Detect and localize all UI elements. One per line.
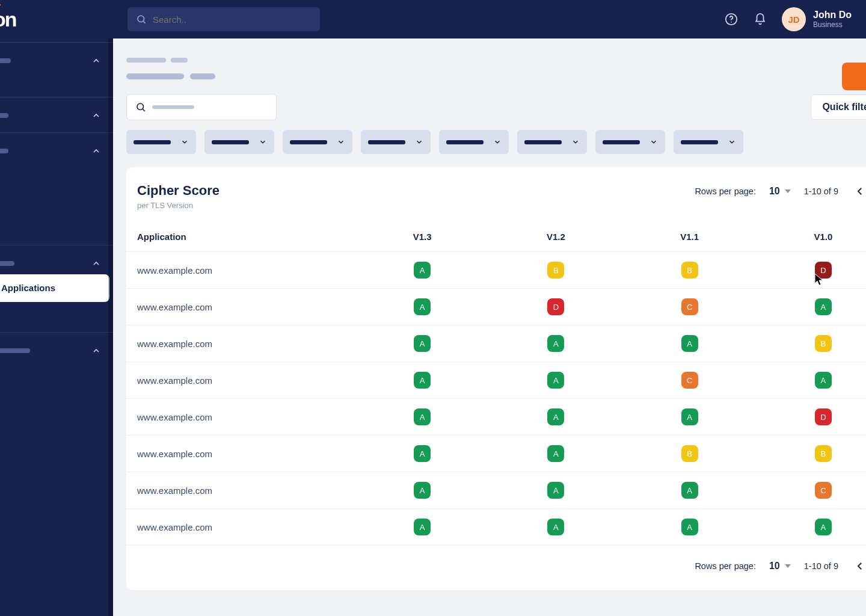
cell-score: A: [355, 399, 489, 436]
sidebar: Applications: [0, 0, 113, 616]
filter-dropdown[interactable]: [595, 130, 665, 154]
chevron-down-icon: [785, 564, 791, 568]
nav-item[interactable]: [0, 227, 108, 236]
cell-score: A: [757, 362, 866, 399]
nav-section-header[interactable]: [0, 255, 108, 272]
nav-item[interactable]: [0, 169, 108, 179]
card-title: Cipher Score: [137, 183, 220, 199]
cell-score: C: [623, 362, 757, 399]
cell-application: www.example.com: [126, 252, 355, 289]
cell-score: A: [355, 362, 489, 399]
nav-item[interactable]: [0, 369, 108, 378]
cell-score: A: [355, 289, 489, 325]
score-badge: A: [681, 335, 698, 352]
score-badge: A: [681, 519, 698, 535]
table-row[interactable]: www.example.comAABB: [126, 436, 866, 472]
logo: kon: [0, 8, 108, 31]
page-prev-button[interactable]: [852, 558, 866, 574]
nav-section-header[interactable]: [0, 143, 108, 159]
filter-dropdown[interactable]: [674, 130, 743, 154]
cell-score: D: [489, 289, 622, 325]
score-badge: B: [681, 445, 698, 462]
nav-section-header[interactable]: [0, 342, 108, 359]
cell-score: A: [355, 252, 489, 289]
filter-dropdown[interactable]: [126, 130, 196, 154]
cell-application: www.example.com: [126, 362, 355, 399]
pagination-range: 1-10 of 9: [804, 561, 838, 571]
chevron-down-icon: [337, 138, 345, 146]
cell-score: A: [623, 399, 757, 436]
user-role: Business: [813, 20, 852, 29]
filter-chip-row: [126, 130, 866, 154]
user-name: John Do: [813, 9, 852, 20]
cell-score: B: [489, 252, 622, 289]
chevron-up-icon: [91, 111, 101, 120]
score-badge: C: [681, 298, 698, 315]
rows-per-page-label: Rows per page:: [695, 561, 756, 571]
nav-item[interactable]: [0, 359, 108, 369]
nav-item[interactable]: [0, 198, 108, 208]
table-row[interactable]: www.example.comAAAB: [126, 325, 866, 362]
chevron-down-icon: [180, 138, 189, 146]
primary-action-button[interactable]: [842, 63, 866, 90]
chevron-down-icon: [728, 138, 736, 146]
user-avatar[interactable]: JD: [782, 7, 806, 31]
table-row[interactable]: www.example.comAAAC: [126, 472, 866, 509]
table-row[interactable]: www.example.comAAAA: [126, 509, 866, 546]
table-row[interactable]: www.example.comAACA: [126, 362, 866, 399]
notifications-button[interactable]: [748, 7, 772, 31]
cell-score: A: [355, 472, 489, 509]
filter-dropdown[interactable]: [361, 130, 431, 154]
filter-dropdown[interactable]: [204, 130, 274, 154]
filter-dropdown[interactable]: [517, 130, 587, 154]
cell-score: A: [757, 509, 866, 546]
rows-per-page-select[interactable]: 10: [769, 561, 791, 571]
page-prev-button[interactable]: [852, 183, 866, 200]
score-badge: A: [414, 519, 431, 535]
score-badge: A: [547, 335, 564, 352]
table-row[interactable]: www.example.comAAAD: [126, 399, 866, 436]
help-button[interactable]: [719, 7, 743, 31]
nav-item[interactable]: [0, 304, 108, 314]
nav-item-applications[interactable]: Applications: [0, 274, 109, 302]
svg-line-5: [143, 109, 144, 111]
score-badge: A: [414, 298, 431, 315]
global-search[interactable]: [127, 7, 320, 31]
user-info[interactable]: John Do Business: [813, 9, 852, 29]
cell-application: www.example.com: [126, 325, 355, 362]
chevron-up-icon: [91, 259, 101, 268]
score-badge: A: [414, 335, 431, 352]
nav-item[interactable]: [0, 314, 108, 324]
table-row[interactable]: www.example.comABBD: [126, 252, 866, 289]
table-row[interactable]: www.example.comADCA: [126, 289, 866, 325]
quick-filter-button[interactable]: Quick filter: [811, 94, 866, 120]
nav-item[interactable]: [0, 179, 108, 188]
rows-per-page-select[interactable]: 10: [769, 186, 791, 197]
cell-score: A: [355, 509, 489, 546]
table-search[interactable]: [126, 94, 277, 120]
nav-item[interactable]: [0, 79, 108, 88]
cell-application: www.example.com: [126, 436, 355, 472]
rows-per-page-label: Rows per page:: [695, 186, 756, 196]
cell-score: A: [355, 325, 489, 362]
filter-dropdown[interactable]: [439, 130, 509, 154]
nav-item[interactable]: [0, 208, 108, 217]
global-search-input[interactable]: [153, 14, 312, 25]
filter-dropdown[interactable]: [283, 130, 352, 154]
nav-section-header[interactable]: [0, 52, 108, 69]
score-badge: A: [547, 372, 564, 389]
score-badge: D: [815, 262, 832, 279]
nav-item[interactable]: [0, 188, 108, 198]
score-badge: D: [547, 298, 564, 315]
nav-item[interactable]: [0, 217, 108, 227]
score-badge: B: [547, 262, 564, 279]
column-header: V1.1: [623, 222, 757, 252]
column-header: V1.2: [489, 222, 622, 252]
score-badge: A: [414, 372, 431, 389]
score-badge: A: [414, 445, 431, 462]
nav-section-header[interactable]: [0, 107, 108, 124]
cell-score: A: [489, 509, 622, 546]
cell-application: www.example.com: [126, 472, 355, 509]
nav-item[interactable]: [0, 159, 108, 169]
nav-item[interactable]: [0, 69, 108, 79]
